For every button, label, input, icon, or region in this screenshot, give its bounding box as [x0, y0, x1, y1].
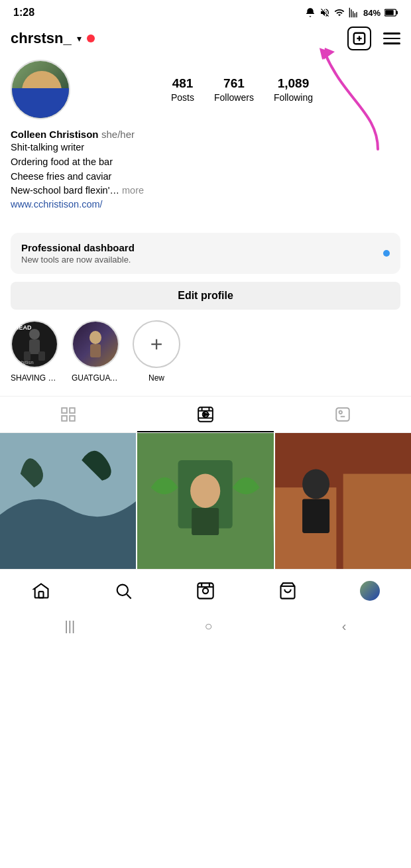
- shop-icon: [278, 582, 297, 600]
- svg-rect-38: [39, 591, 44, 597]
- header-left: chrstsn_ ▾: [11, 30, 95, 47]
- svg-rect-41: [198, 584, 213, 599]
- photo-1: [0, 433, 136, 569]
- profile-section: 481 Posts 761 Followers 1,089 Following …: [0, 57, 411, 225]
- photo-cell-3[interactable]: [275, 433, 411, 569]
- tab-tagged[interactable]: [274, 397, 411, 432]
- bottom-nav: [0, 569, 411, 609]
- menu-button[interactable]: [383, 32, 400, 44]
- svg-rect-37: [343, 474, 411, 570]
- svg-rect-17: [70, 416, 75, 421]
- highlight-item-2[interactable]: @hack... GUATGUATGU...: [72, 320, 119, 383]
- back-button[interactable]: ‹: [342, 619, 347, 634]
- svg-line-40: [127, 595, 131, 599]
- bio-section: Colleen Christison she/her Shit-talking …: [11, 129, 400, 210]
- content-tabs: [0, 396, 411, 433]
- photo-3: [275, 433, 411, 569]
- recent-apps-button[interactable]: |||: [65, 619, 76, 634]
- highlight-add-circle[interactable]: +: [133, 320, 180, 368]
- svg-rect-3: [396, 11, 398, 15]
- highlight-item-new[interactable]: + New: [133, 320, 180, 383]
- nav-reels[interactable]: [189, 576, 222, 605]
- highlight-circle-1: HEAD @chjtisn: [11, 320, 58, 368]
- nav-home[interactable]: [25, 576, 58, 605]
- status-icons: 84%: [305, 7, 398, 18]
- add-post-button[interactable]: [347, 27, 371, 50]
- stat-posts[interactable]: 481 Posts: [171, 76, 194, 103]
- highlight-item-1[interactable]: HEAD @chjtisn SHAVING CH...: [11, 320, 58, 383]
- highlight-silhouette-1: [21, 328, 48, 361]
- photo-2: [137, 433, 273, 569]
- photo-cell-2[interactable]: [137, 433, 273, 569]
- tab-grid[interactable]: [0, 397, 137, 432]
- bio-link[interactable]: www.cchristison.com/: [11, 199, 103, 210]
- stat-following[interactable]: 1,089 Following: [274, 76, 313, 103]
- photo-cell-1[interactable]: [0, 433, 136, 569]
- following-count: 1,089: [278, 76, 310, 91]
- svg-point-35: [302, 469, 329, 499]
- svg-point-39: [117, 585, 128, 595]
- profile-top: 481 Posts 761 Followers 1,089 Following: [11, 60, 400, 119]
- nav-profile[interactable]: [353, 576, 386, 605]
- followers-count: 761: [223, 76, 245, 91]
- search-icon: [114, 582, 133, 600]
- menu-line-2: [383, 38, 400, 40]
- pro-dashboard-subtitle: New tools are now available.: [21, 255, 135, 265]
- system-nav: ||| ○ ‹: [0, 609, 411, 646]
- highlight-image-2: @hack...: [73, 322, 118, 367]
- posts-count: 481: [172, 76, 194, 91]
- bio-line-4: New-school bard flexin'… more: [11, 184, 400, 198]
- dropdown-arrow[interactable]: ▾: [77, 33, 82, 44]
- tagged-icon: [334, 406, 351, 423]
- svg-rect-4: [385, 10, 394, 15]
- highlight-image-1: HEAD @chjtisn: [12, 322, 57, 367]
- following-label: Following: [274, 92, 313, 103]
- svg-rect-16: [62, 416, 68, 421]
- menu-line-1: [383, 32, 400, 34]
- highlight-label-1: SHAVING CH...: [11, 373, 58, 383]
- reels-nav-icon: [196, 582, 215, 600]
- battery-text: 84%: [363, 8, 381, 18]
- svg-point-12: [89, 331, 101, 344]
- edit-profile-button[interactable]: Edit profile: [11, 282, 400, 310]
- stat-followers[interactable]: 761 Followers: [214, 76, 254, 103]
- svg-rect-25: [336, 408, 349, 421]
- home-button[interactable]: ○: [204, 619, 212, 634]
- svg-rect-9: [29, 340, 40, 354]
- nav-shop[interactable]: [271, 576, 304, 605]
- bio-line-1: Shit-talking writer: [11, 141, 400, 155]
- avatar-image: [12, 61, 69, 118]
- svg-rect-14: [62, 408, 68, 413]
- menu-line-3: [383, 42, 400, 44]
- followers-label: Followers: [214, 92, 254, 103]
- highlight-username-1: @chjtisn: [13, 359, 34, 365]
- bio-more[interactable]: more: [122, 185, 144, 196]
- svg-rect-15: [70, 408, 75, 413]
- nav-search[interactable]: [107, 576, 140, 605]
- mute-icon: [320, 7, 330, 18]
- pro-dashboard-text: Professional dashboard New tools are now…: [21, 242, 135, 265]
- nav-avatar: [360, 581, 380, 601]
- pro-dashboard[interactable]: Professional dashboard New tools are now…: [11, 233, 400, 274]
- nav-avatar-image: [360, 581, 380, 601]
- highlight-label-2: GUATGUATGU...: [72, 373, 119, 383]
- tab-reels[interactable]: [137, 397, 274, 432]
- bio-name: Colleen Christison: [11, 129, 99, 140]
- posts-label: Posts: [171, 92, 194, 103]
- svg-rect-13: [90, 344, 101, 357]
- status-bar: 1:28 84%: [0, 0, 411, 23]
- avatar[interactable]: [11, 60, 70, 119]
- svg-point-42: [203, 588, 208, 593]
- status-time: 1:28: [13, 7, 34, 19]
- signal-icon: [349, 7, 359, 18]
- grid-icon: [60, 406, 77, 423]
- svg-rect-32: [192, 508, 219, 535]
- stats-row: 481 Posts 761 Followers 1,089 Following: [84, 76, 400, 103]
- svg-rect-11: [38, 351, 45, 361]
- home-icon: [32, 582, 50, 600]
- bio-pronouns: she/her: [101, 129, 135, 140]
- svg-point-26: [339, 411, 341, 414]
- header-actions: [347, 27, 400, 50]
- username-text[interactable]: chrstsn_: [11, 30, 72, 47]
- bio-line-2: Ordering food at the bar: [11, 155, 400, 170]
